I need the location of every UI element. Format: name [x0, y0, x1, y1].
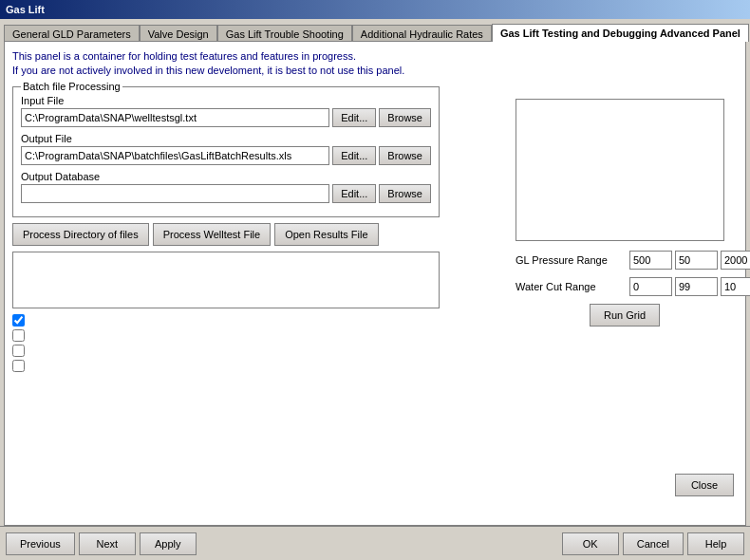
checkbox-row-1: [12, 314, 440, 327]
input-file-label: Input File: [21, 95, 431, 106]
content-area: This panel is a container for holding te…: [4, 41, 746, 526]
checkbox-4[interactable]: [12, 360, 25, 372]
preview-box: [516, 99, 724, 241]
cancel-button[interactable]: Cancel: [623, 532, 684, 555]
output-file-label: Output File: [21, 133, 431, 144]
tab-testing[interactable]: Gas Lift Testing and Debugging Advanced …: [492, 24, 749, 42]
checkbox-2[interactable]: [12, 329, 25, 342]
output-file-row: Edit... Browse: [21, 146, 431, 165]
gl-pressure-row: GL Pressure Range: [516, 251, 734, 270]
water-cut-row: Water Cut Range: [516, 277, 734, 296]
checkboxes-area: [12, 314, 440, 372]
input-file-browse-button[interactable]: Browse: [379, 108, 431, 127]
checkbox-row-2: [12, 329, 440, 342]
water-cut-input3[interactable]: [721, 277, 750, 296]
process-directory-button[interactable]: Process Directory of files: [12, 223, 149, 246]
tab-bar: General GLD Parameters Valve Design Gas …: [0, 19, 750, 41]
ok-button[interactable]: OK: [562, 532, 619, 555]
gl-pressure-label: GL Pressure Range: [516, 254, 629, 266]
apply-button[interactable]: Apply: [140, 532, 197, 555]
info-line1: This panel is a container for holding te…: [12, 49, 440, 64]
info-line2: If you are not actively involved in this…: [12, 64, 440, 78]
water-cut-input2[interactable]: [675, 277, 718, 296]
batch-processing-group: Batch file Processing Input File Edit...…: [12, 86, 440, 217]
output-db-row: Edit... Browse: [21, 184, 431, 203]
input-file-edit-button[interactable]: Edit...: [332, 108, 376, 127]
gl-pressure-input1[interactable]: [629, 251, 672, 270]
left-panel: This panel is a container for holding te…: [12, 49, 440, 375]
checkbox-1[interactable]: [12, 314, 25, 327]
run-grid-button[interactable]: Run Grid: [590, 304, 660, 327]
checkbox-3[interactable]: [12, 345, 25, 357]
output-text-area: [12, 252, 440, 308]
output-file-browse-button[interactable]: Browse: [379, 146, 431, 165]
action-buttons-row: Process Directory of files Process Wellt…: [12, 223, 440, 246]
process-welltest-button[interactable]: Process Welltest File: [153, 223, 272, 246]
help-button[interactable]: Help: [687, 532, 744, 555]
water-cut-input1[interactable]: [629, 277, 672, 296]
info-text: This panel is a container for holding te…: [12, 49, 440, 79]
title-bar-label: Gas Lift: [6, 4, 45, 15]
output-db-edit-button[interactable]: Edit...: [332, 184, 376, 203]
next-button[interactable]: Next: [79, 532, 136, 555]
bottom-bar: Previous Next Apply OK Cancel Help: [0, 526, 750, 560]
output-db-browse-button[interactable]: Browse: [379, 184, 431, 203]
output-db-field[interactable]: [21, 184, 329, 203]
output-file-edit-button[interactable]: Edit...: [332, 146, 376, 165]
checkbox-row-4: [12, 360, 440, 372]
input-file-row: Edit... Browse: [21, 108, 431, 127]
right-panel: GL Pressure Range Water Cut Range Run Gr…: [516, 99, 734, 327]
input-file-field[interactable]: [21, 108, 329, 127]
previous-button[interactable]: Previous: [6, 532, 75, 555]
checkbox-row-3: [12, 345, 440, 357]
batch-group-title: Batch file Processing: [21, 81, 122, 92]
output-db-label: Output Database: [21, 171, 431, 182]
close-button[interactable]: Close: [675, 474, 734, 496]
open-results-button[interactable]: Open Results File: [274, 223, 378, 246]
gl-pressure-input3[interactable]: [721, 251, 750, 270]
output-file-field[interactable]: [21, 146, 329, 165]
water-cut-label: Water Cut Range: [516, 281, 629, 292]
gl-pressure-input2[interactable]: [675, 251, 718, 270]
